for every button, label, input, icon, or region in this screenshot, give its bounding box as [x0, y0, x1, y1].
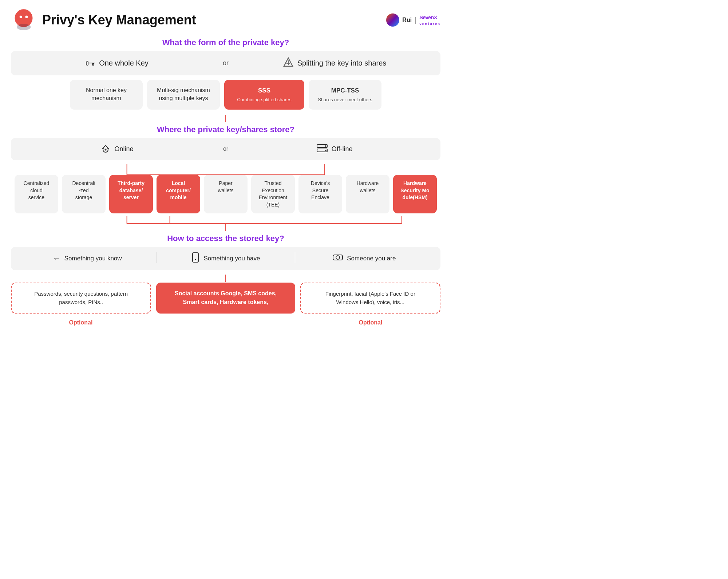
arrow-access-down — [7, 275, 444, 282]
svg-point-3 — [17, 24, 31, 31]
sevenx-label: SevenX ventures — [419, 14, 440, 26]
brand-name: Rui — [402, 17, 412, 23]
q2-text: Where the private key/shares store? — [7, 125, 444, 134]
online-offline-row: Online or Off-line — [11, 138, 440, 160]
storage-row: Centralized cloud serviceDecentrali -zed… — [15, 175, 437, 213]
access-icon-2 — [332, 253, 343, 264]
svg-point-2 — [25, 16, 28, 18]
access-connector — [11, 216, 440, 231]
or-label-2: or — [212, 146, 239, 152]
access-methods-row: ←Something you knowSomething you haveSom… — [11, 247, 440, 270]
svg-point-25 — [336, 256, 340, 259]
storage-box-2: Third-party database/ server — [109, 175, 153, 213]
offline-label: Off-line — [332, 145, 353, 153]
storage-section: Centralized cloud serviceDecentrali -zed… — [11, 164, 440, 213]
storage-box-6: Device's Secure Enclave — [298, 175, 342, 213]
online-icon — [100, 143, 111, 155]
bottom-card-1: Social accounts Google, SMS codes, Smart… — [156, 283, 295, 314]
svg-point-10 — [325, 145, 327, 147]
access-connector-svg — [11, 216, 440, 231]
optional-labels-row: Optional Optional — [11, 317, 440, 326]
sss-main: SSS — [229, 86, 299, 95]
q1-text: What the form of the private key? — [7, 38, 444, 47]
access-icon-0: ← — [53, 254, 61, 263]
main-title: Privy's Key Management — [42, 12, 196, 28]
offline-item: Off-line — [239, 143, 430, 155]
mechanism-multisig: Multi-sig mechanism using multiple keys — [147, 80, 220, 110]
optional-right: Optional — [301, 319, 440, 326]
access-method-1: Something you have — [157, 252, 294, 265]
access-method-2: Someone you are — [295, 252, 433, 265]
arrow-sss-down — [7, 115, 444, 122]
storage-box-5: Trusted Execution Environment (TEE) — [251, 175, 295, 213]
sss-sub: Combining splitted shares — [229, 96, 299, 103]
mechanism-normal: Normal one key mechanism — [70, 80, 143, 110]
privy-logo — [11, 7, 36, 33]
normal-label: Normal one key mechanism — [86, 87, 127, 101]
whole-key-label: One whole Key — [99, 59, 149, 67]
brand-divider: | — [415, 16, 416, 24]
access-method-0: ←Something you know — [18, 252, 156, 265]
access-label-1: Something you have — [203, 255, 260, 262]
bottom-card-2: Fingerprint, facial (Apple's Face ID or … — [300, 283, 440, 314]
key-icon: 🗝 — [85, 57, 95, 69]
storage-box-3: Local computer/ mobile — [157, 175, 200, 213]
splitting-label: Splitting the key into shares — [297, 59, 387, 67]
split-icon — [283, 57, 294, 70]
brand-avatar — [386, 13, 399, 27]
svg-point-11 — [325, 150, 327, 151]
svg-point-1 — [20, 16, 22, 18]
mechanism-sss: SSS Combining splitted shares — [224, 80, 304, 110]
offline-icon — [316, 143, 328, 155]
svg-rect-23 — [193, 253, 198, 262]
storage-box-4: Paper wallets — [204, 175, 248, 213]
page-header: Privy's Key Management Rui | SevenX vent… — [7, 7, 444, 33]
access-label-2: Someone you are — [347, 255, 396, 262]
storage-box-0: Centralized cloud service — [15, 175, 58, 213]
access-icon-1 — [191, 252, 200, 265]
storage-box-7: Hardware wallets — [346, 175, 389, 213]
whole-key-item: 🗝 One whole Key — [22, 57, 212, 69]
online-label: Online — [114, 145, 133, 153]
svg-point-7 — [105, 149, 107, 150]
mpc-main: MPC-TSS — [314, 86, 376, 95]
access-label-0: Something you know — [64, 255, 122, 262]
storage-box-8: Hardware Security Mo dule(HSM) — [393, 175, 437, 213]
mechanisms-row: Normal one key mechanism Multi-sig mecha… — [11, 80, 440, 110]
bottom-card-0: Passwords, security questions, pattern p… — [11, 283, 151, 314]
brand-group: Rui | SevenX ventures — [386, 13, 440, 27]
key-form-row: 🗝 One whole Key or Splitting the key int… — [11, 51, 440, 75]
bottom-cards-row: Passwords, security questions, pattern p… — [11, 283, 440, 314]
q3-text: How to access the stored key? — [7, 234, 444, 243]
mpc-sub: Shares never meet others — [314, 96, 376, 103]
splitting-item: Splitting the key into shares — [240, 57, 430, 70]
storage-connector-svg — [11, 164, 440, 175]
multisig-label: Multi-sig mechanism using multiple keys — [157, 87, 210, 101]
or-label-1: or — [212, 59, 240, 67]
online-item: Online — [22, 143, 212, 155]
optional-left: Optional — [11, 319, 151, 326]
storage-box-1: Decentrali -zed storage — [62, 175, 106, 213]
title-group: Privy's Key Management — [11, 7, 196, 33]
mechanism-mpc: MPC-TSS Shares never meet others — [309, 80, 381, 110]
